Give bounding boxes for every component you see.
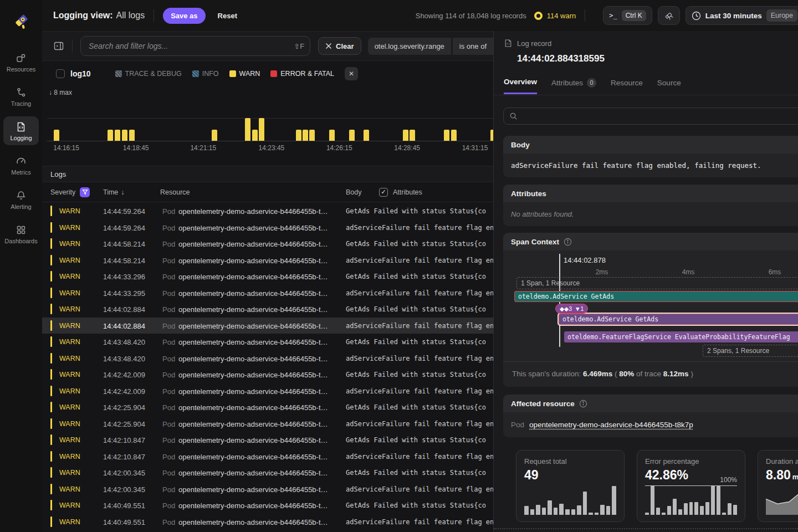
table-row[interactable]: WARN14:44:33.295Podopentelemetry-demo-ad…: [42, 285, 493, 301]
sparkline-bar: [651, 486, 654, 515]
clear-filters-button[interactable]: Clear: [318, 37, 361, 55]
table-row[interactable]: WARN14:44:02.884Podopentelemetry-demo-ad…: [42, 318, 493, 334]
table-row[interactable]: WARN14:42:25.904Podopentelemetry-demo-ad…: [42, 416, 493, 432]
table-row[interactable]: WARN14:40:49.551Podopentelemetry-demo-ad…: [42, 514, 493, 530]
search-input[interactable]: [89, 42, 294, 50]
severity-cell: WARN: [59, 355, 80, 362]
view-name: All logs: [116, 11, 145, 21]
divider: [585, 9, 585, 22]
time-range-button[interactable]: Last 30 minutes Europe: [686, 6, 798, 25]
span-events-badge[interactable]: ◆◆3 ▼1: [555, 304, 588, 314]
table-row[interactable]: WARN14:44:02.884Podopentelemetry-demo-ad…: [42, 301, 493, 318]
panel-section-separator: [494, 528, 798, 529]
table-row[interactable]: WARN14:43:48.420Podopentelemetry-demo-ad…: [42, 350, 493, 367]
sidebar-item-logging[interactable]: Logging: [3, 116, 39, 145]
detail-search-input[interactable]: [518, 112, 798, 120]
log-body-text: adServiceFailure fail feature flag enabl…: [503, 154, 798, 177]
sidebar-item-tracing[interactable]: Tracing: [3, 82, 39, 111]
command-palette-button[interactable]: >_ Ctrl K: [603, 6, 652, 25]
span-bar-root[interactable]: oteldemo.AdService GetAds: [514, 291, 798, 302]
diamond-icons: ◆◆: [560, 305, 569, 312]
legend-item-info[interactable]: INFO: [192, 70, 219, 78]
telescope-button[interactable]: [658, 6, 680, 25]
attributes-card: Attributes No attributes found.: [503, 185, 798, 226]
sidebar-item-resources[interactable]: Resources: [3, 48, 39, 76]
save-as-button[interactable]: Save as: [163, 8, 205, 24]
body-card-title: Body: [511, 141, 530, 149]
reset-button[interactable]: Reset: [218, 12, 237, 20]
page-title: Logging view:: [53, 11, 113, 21]
body-cell: adServiceFailure fail feature flag enabl…: [346, 322, 493, 330]
clock-icon: [692, 11, 701, 21]
resource-type-cell: Pod: [162, 322, 175, 330]
sidebar-item-label: Tracing: [11, 100, 31, 107]
table-row[interactable]: WARN14:42:00.345Podopentelemetry-demo-ad…: [42, 464, 493, 481]
table-row[interactable]: WARN14:43:48.420Podopentelemetry-demo-ad…: [42, 334, 493, 350]
table-row[interactable]: WARN14:44:58.214Podopentelemetry-demo-ad…: [42, 252, 493, 269]
sidebar-item-metrics[interactable]: Metrics: [3, 151, 39, 180]
clear-label: Clear: [336, 42, 354, 50]
table-row[interactable]: WARN14:42:10.847Podopentelemetry-demo-ad…: [42, 432, 493, 448]
severity-stripe: [50, 222, 52, 233]
table-row[interactable]: WARN14:42:00.345Podopentelemetry-demo-ad…: [42, 481, 493, 498]
sidebar: ResourcesTracingLoggingMetricsAlertingDa…: [0, 0, 42, 532]
trace-waterfall: 14:44:02.878 2ms4ms6ms 1 Span, 1 Resourc…: [512, 253, 798, 361]
span-bar-featureflag[interactable]: oteldemo.FeatureFlagService EvaluateProb…: [564, 331, 798, 342]
severity-cell: WARN: [59, 518, 80, 526]
table-row[interactable]: WARN14:44:33.296Podopentelemetry-demo-ad…: [42, 268, 493, 285]
table-row[interactable]: WARN14:42:10.847Podopentelemetry-demo-ad…: [42, 448, 493, 465]
info-icon: [564, 238, 572, 246]
severity-cell: WARN: [59, 436, 80, 444]
table-row[interactable]: WARN: [42, 530, 493, 532]
tab-resource[interactable]: Resource: [611, 78, 643, 94]
tab-count-badge: 0: [587, 78, 596, 88]
resource-cell: opentelemetry-demo-adservice-b4466455b-t…: [178, 371, 331, 379]
attributes-checkbox[interactable]: ✓: [379, 188, 388, 197]
severity-stripe: [50, 434, 52, 445]
histogram-bar: [115, 130, 120, 141]
log-record-icon: [504, 39, 513, 48]
column-time[interactable]: Time ↓: [103, 188, 125, 196]
tab-source[interactable]: Source: [657, 78, 681, 94]
table-row[interactable]: WARN14:44:59.264Podopentelemetry-demo-ad…: [42, 219, 493, 236]
sparkline-bar: [722, 513, 726, 515]
legend-item-error-fatal[interactable]: ERROR & FATAL: [270, 70, 334, 78]
tab-attributes[interactable]: Attributes0: [551, 78, 596, 94]
table-row[interactable]: WARN14:42:42.009Podopentelemetry-demo-ad…: [42, 383, 493, 400]
filter-chip[interactable]: otel.log.severity.range: [368, 38, 451, 55]
app-logo[interactable]: [10, 9, 33, 32]
search-shortcut-hint: ⇧F: [294, 42, 304, 50]
table-row[interactable]: WARN14:42:25.904Podopentelemetry-demo-ad…: [42, 399, 493, 416]
record-kind-label: Log record: [517, 39, 551, 48]
table-row[interactable]: WARN14:44:59.264Podopentelemetry-demo-ad…: [42, 203, 493, 219]
resource-type-cell: Pod: [162, 485, 175, 494]
filter-chip[interactable]: is one of: [453, 38, 493, 55]
sidebar-item-alerting[interactable]: Alerting: [3, 185, 39, 214]
search-icon: [509, 112, 518, 120]
severity-stripe: [50, 451, 52, 462]
log-source-checkbox[interactable]: [56, 69, 65, 78]
body-cell: GetAds Failed with status Status{co: [346, 371, 493, 378]
sort-desc-icon: ↓: [121, 188, 124, 196]
stat-area-sparkline: [766, 486, 798, 515]
table-row[interactable]: WARN14:44:58.214Podopentelemetry-demo-ad…: [42, 236, 493, 252]
span-bar-selected[interactable]: oteldemo.AdService GetAds: [559, 314, 798, 325]
resource-link[interactable]: opentelemetry-demo-adservice-b4466455b-t…: [529, 421, 693, 429]
dashboards-icon: [16, 224, 27, 236]
legend-item-warn[interactable]: WARN: [229, 70, 260, 78]
sidebar-item-label: Logging: [10, 135, 32, 141]
sidebar-item-dashboards[interactable]: Dashboards: [3, 219, 39, 248]
expand-panel-button[interactable]: [53, 40, 64, 52]
tab-overview[interactable]: Overview: [504, 78, 537, 94]
severity-cell: WARN: [59, 387, 80, 395]
logs-table-body: WARN14:44:59.264Podopentelemetry-demo-ad…: [42, 203, 493, 532]
severity-filter-button[interactable]: [80, 187, 90, 197]
table-row[interactable]: WARN14:42:42.009Podopentelemetry-demo-ad…: [42, 366, 493, 383]
legend-item-trace-debug[interactable]: TRACE & DEBUG: [115, 70, 182, 78]
histogram-tick-label: 14:26:15: [326, 144, 352, 152]
legend-close-button[interactable]: ✕: [345, 67, 358, 80]
histogram-gridline: [47, 118, 493, 119]
severity-stripe: [50, 386, 52, 396]
sparkline-bar: [554, 508, 558, 515]
table-row[interactable]: WARN14:40:49.551Podopentelemetry-demo-ad…: [42, 497, 493, 514]
